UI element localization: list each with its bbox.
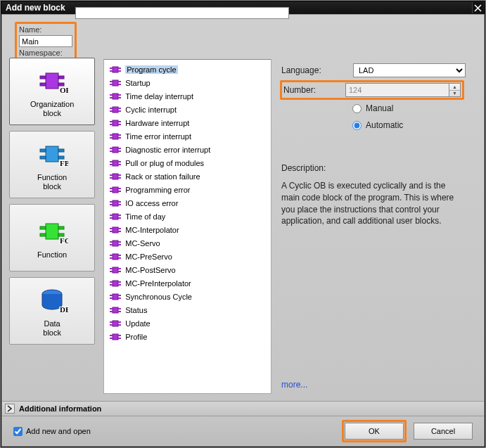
list-item[interactable]: Pull or plug of modules [104,156,271,169]
block-type-label: Function [37,250,67,260]
block-type-label: Functionblock [37,173,67,191]
ob-icon [110,266,121,274]
block-type-label: Datablock [43,319,61,338]
list-item[interactable]: MC-PreServo [104,250,271,263]
ob-type-list[interactable]: Program cycle Startup Time delay interru… [103,59,271,394]
svg-rect-47 [110,137,113,139]
svg-rect-51 [110,148,113,149]
svg-rect-124 [118,338,121,339]
list-item[interactable]: MC-Servo [104,236,271,250]
list-item-label: Diagnostic error interrupt [125,146,210,154]
ok-button[interactable]: OK [345,423,404,440]
manual-radio[interactable] [352,104,362,113]
svg-rect-6 [46,146,58,162]
window-title: Add new block [6,3,65,13]
list-item[interactable]: Update [104,316,271,330]
list-item[interactable]: MC-PostServo [104,263,271,276]
svg-rect-85 [113,241,118,246]
svg-rect-7 [40,149,46,152]
svg-rect-28 [118,81,121,82]
svg-rect-87 [110,244,113,245]
number-spinner[interactable]: ▲ ▼ [449,83,461,97]
list-item-label: Program cycle [125,65,177,74]
svg-rect-53 [118,148,121,149]
svg-rect-65 [113,187,118,193]
svg-rect-8 [40,156,46,159]
svg-rect-44 [118,124,121,125]
svg-rect-102 [110,284,113,286]
svg-rect-76 [110,215,113,216]
spinner-down-icon[interactable]: ▼ [449,91,460,97]
svg-rect-34 [118,97,121,98]
svg-rect-115 [113,321,118,326]
additional-info-bar[interactable]: Additional information [2,401,484,416]
namespace-input-extension[interactable] [75,7,289,19]
list-item[interactable]: Time error interrupt [104,129,271,143]
list-item[interactable]: Rack or station failure [104,169,271,183]
svg-rect-116 [110,321,113,323]
list-item[interactable]: Program cycle [104,63,271,76]
svg-rect-61 [110,174,113,176]
list-item[interactable]: Hardware interrupt [104,116,271,129]
list-item[interactable]: Programming error [104,183,271,196]
svg-rect-107 [110,297,113,299]
chevron-right-icon[interactable] [5,404,15,414]
automatic-radio[interactable] [352,121,362,130]
ob-icon [110,146,121,154]
svg-rect-78 [118,215,121,216]
list-item[interactable]: Synchronous Cycle [104,290,271,303]
list-item[interactable]: Profile [104,330,271,343]
svg-rect-29 [118,84,121,85]
content: Name: Namespace: OB Organizati [1,14,485,447]
list-item-label: Rack or station failure [125,172,200,181]
svg-rect-14 [40,233,46,236]
svg-rect-117 [110,324,113,326]
list-item[interactable]: Cyclic interrupt [104,103,271,116]
list-item[interactable]: MC-Interpolator [104,223,271,236]
svg-rect-103 [118,281,121,283]
svg-rect-54 [118,151,121,152]
svg-rect-15 [58,226,64,229]
svg-rect-35 [113,107,118,113]
svg-rect-36 [110,108,113,109]
svg-rect-118 [118,321,121,323]
add-open-checkbox-row[interactable]: Add new and open [13,427,91,436]
list-item-label: Status [125,306,147,314]
list-item[interactable]: Status [104,303,271,316]
ob-icon [110,172,121,181]
svg-rect-49 [118,137,121,139]
block-type-fb[interactable]: FB Functionblock [9,131,95,198]
number-input[interactable] [345,83,449,97]
language-select[interactable]: LAD [353,63,466,77]
block-type-fc[interactable]: FC Function [9,204,95,271]
svg-rect-25 [113,80,118,86]
db-icon: DB [36,284,68,316]
svg-rect-81 [110,228,113,229]
svg-rect-123 [118,335,121,336]
list-item[interactable]: Diagnostic error interrupt [104,143,271,156]
close-button[interactable] [472,2,483,13]
list-item[interactable]: IO access error [104,196,271,210]
block-type-db[interactable]: DB Datablock [9,277,95,345]
list-item[interactable]: MC-PreInterpolator [104,276,271,290]
svg-rect-27 [110,84,113,85]
svg-rect-108 [118,295,121,296]
list-item-label: IO access error [125,199,178,207]
list-item[interactable]: Startup [104,76,271,89]
svg-rect-80 [113,227,118,233]
svg-rect-72 [110,204,113,205]
list-item[interactable]: Time delay interrupt [104,89,271,103]
svg-rect-67 [110,191,113,192]
svg-rect-92 [110,257,113,259]
ob-icon [110,333,121,341]
svg-rect-100 [113,281,118,286]
spinner-up-icon[interactable]: ▲ [449,84,460,91]
add-open-checkbox[interactable] [13,427,23,436]
cancel-button[interactable]: Cancel [414,423,473,440]
name-input[interactable] [19,35,72,47]
block-type-ob[interactable]: OB Organizationblock [9,58,95,125]
list-item[interactable]: Time of day [104,210,271,223]
svg-rect-95 [113,267,118,273]
more-link[interactable]: more... [281,380,466,392]
svg-rect-106 [110,295,113,296]
